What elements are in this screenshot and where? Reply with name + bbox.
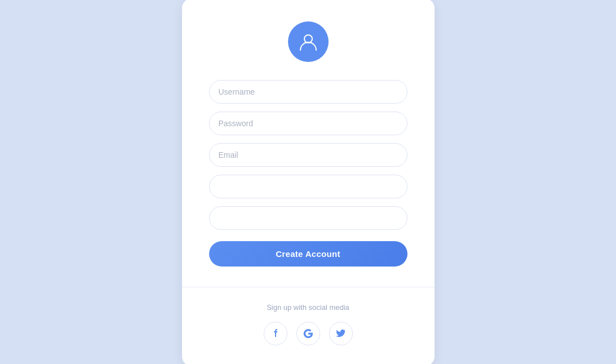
dob-field-group: 11/02/1984 [209, 206, 407, 230]
registration-card: 1234-5678 11/02/1984 Create Account Sign… [182, 0, 435, 364]
create-account-button[interactable]: Create Account [209, 241, 407, 267]
avatar-icon [288, 21, 329, 62]
card-bottom-section: Sign up with social media [182, 287, 435, 365]
facebook-social-button[interactable] [264, 322, 287, 345]
phone-field-group: 1234-5678 [209, 175, 407, 198]
facebook-icon [271, 329, 281, 339]
email-input[interactable] [209, 143, 407, 167]
svg-point-0 [304, 35, 312, 43]
social-signup-text: Sign up with social media [267, 303, 349, 312]
google-social-button[interactable] [296, 322, 320, 345]
twitter-social-button[interactable] [329, 322, 353, 345]
password-field-group [209, 112, 407, 135]
google-icon [303, 329, 313, 339]
phone-input[interactable]: 1234-5678 [209, 175, 407, 198]
password-input[interactable] [209, 112, 407, 135]
dob-input[interactable]: 11/02/1984 [209, 206, 407, 230]
social-icons-row [264, 322, 353, 345]
twitter-icon [336, 329, 346, 339]
card-top-section: 1234-5678 11/02/1984 Create Account [182, 0, 435, 287]
username-field-group [209, 80, 407, 104]
username-input[interactable] [209, 80, 407, 104]
email-field-group [209, 143, 407, 167]
